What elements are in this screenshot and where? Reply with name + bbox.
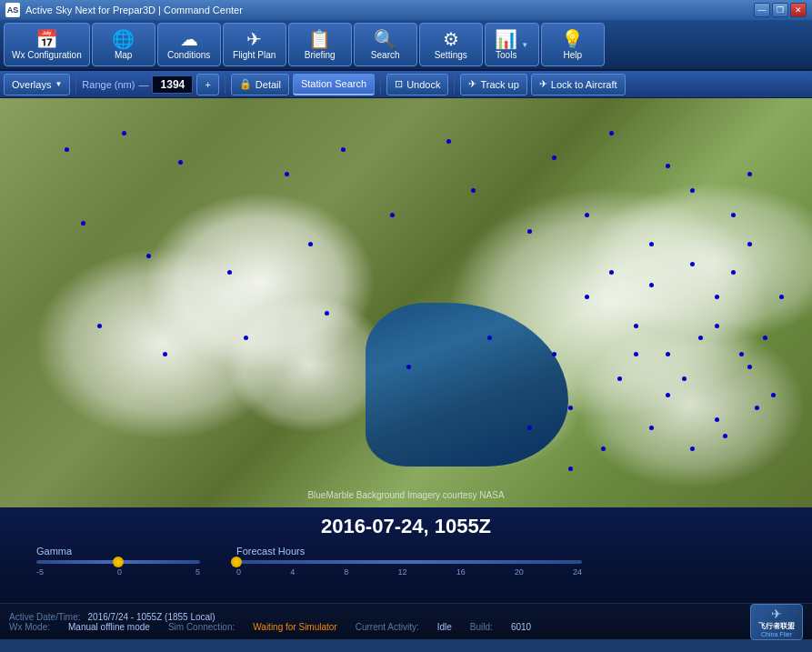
station-dot	[585, 295, 589, 299]
china-flier-logo: ✈ 飞行者联盟 China Flier	[750, 604, 803, 640]
briefing-button[interactable]: 📋 Briefing	[288, 23, 352, 66]
station-dot	[715, 417, 719, 422]
minimize-button[interactable]: —	[754, 3, 770, 17]
station-dot	[244, 336, 248, 340]
track-up-button[interactable]: ✈ Track up	[460, 74, 526, 95]
title-bar: AS Active Sky Next for Prepar3D | Comman…	[0, 0, 812, 20]
gamma-track[interactable]	[36, 560, 200, 564]
conditions-label: Conditions	[167, 50, 210, 60]
sliders-row: Gamma -5 0 5 Forecast Hours 0 4 8 12 16 …	[18, 546, 794, 577]
station-dot	[690, 446, 695, 451]
build-value: 6010	[511, 622, 531, 632]
map-button[interactable]: 🌐 Map	[92, 23, 155, 66]
station-search-button[interactable]: Station Search	[293, 74, 375, 95]
globe-icon: 🌐	[112, 30, 135, 48]
search-icon: 🔍	[374, 30, 396, 48]
cf-plane-icon: ✈	[771, 607, 782, 621]
app-icon: AS	[5, 3, 20, 17]
restore-button[interactable]: ❐	[772, 3, 788, 17]
map-label: Map	[115, 50, 132, 60]
build-label: Build:	[470, 622, 493, 632]
search-button[interactable]: 🔍 Search	[354, 23, 417, 66]
gamma-thumb[interactable]	[113, 557, 124, 567]
status-bottom-row: Wx Mode: Manual offline mode Sim Connect…	[9, 622, 803, 632]
current-activity-label: Current Activity:	[356, 622, 419, 632]
station-dot	[122, 131, 126, 135]
station-dot	[390, 213, 395, 217]
station-dot	[97, 324, 102, 328]
secondary-toolbar: Overlays ▼ Range (nm) — 1394 + 🔒 Detail …	[0, 71, 812, 98]
station-dot	[609, 270, 614, 275]
gamma-min-tick: -5	[36, 567, 44, 577]
main-toolbar: 📅 Wx Configuration 🌐 Map ☁ Conditions ✈ …	[0, 20, 812, 71]
lock-to-aircraft-button[interactable]: ✈ Lock to Aircraft	[531, 74, 626, 95]
station-dot	[723, 434, 727, 438]
overlays-label: Overlays	[12, 79, 51, 90]
station-dot	[682, 376, 687, 381]
station-dot	[698, 336, 703, 340]
range-label: Range (nm)	[82, 79, 135, 90]
station-dot	[634, 352, 638, 356]
station-dot	[325, 311, 329, 316]
station-dot	[527, 426, 532, 430]
undock-button[interactable]: ⊡ Undock	[386, 74, 448, 95]
wx-config-button[interactable]: 📅 Wx Configuration	[4, 23, 90, 66]
station-dot	[585, 213, 589, 217]
settings-label: Settings	[435, 50, 467, 60]
station-dot	[763, 336, 767, 340]
cloud-icon: ☁	[180, 30, 198, 48]
station-dot	[609, 131, 614, 135]
sim-conn-value: Waiting for Simulator	[253, 622, 336, 632]
station-dot	[755, 406, 759, 410]
forecast-tick-4: 4	[290, 567, 295, 577]
map-area[interactable]: BlueMarble Background Imagery courtesy N…	[0, 98, 812, 507]
map-overlay	[0, 98, 812, 507]
station-dot	[178, 160, 183, 165]
sim-conn-label: Sim Connection:	[168, 622, 235, 632]
station-dot	[649, 242, 654, 246]
overlays-button[interactable]: Overlays ▼	[4, 74, 70, 95]
forecast-track[interactable]	[236, 560, 582, 564]
station-dot	[666, 164, 670, 168]
briefing-label: Briefing	[305, 50, 336, 60]
range-plus-button[interactable]: +	[196, 74, 218, 95]
status-top-row: Active Date/Time: 2016/7/24 - 1055Z (185…	[9, 612, 803, 622]
station-dot	[552, 352, 556, 356]
station-dot	[65, 147, 69, 152]
station-search-label: Station Search	[301, 78, 366, 89]
station-dot	[471, 188, 476, 193]
flight-plan-button[interactable]: ✈ Flight Plan	[223, 23, 286, 66]
forecast-tick-8: 8	[344, 567, 348, 577]
help-icon: 💡	[561, 30, 584, 48]
forecast-tick-16: 16	[456, 567, 466, 577]
station-dot	[771, 393, 776, 397]
station-dot	[666, 393, 670, 397]
tools-label: Tools	[496, 50, 516, 60]
forecast-tick-0: 0	[236, 567, 241, 577]
conditions-button[interactable]: ☁ Conditions	[157, 23, 221, 66]
gear-icon: ⚙	[443, 30, 459, 48]
station-dot	[779, 295, 784, 299]
range-dash: —	[138, 79, 148, 90]
station-dot	[649, 426, 654, 430]
settings-button[interactable]: ⚙ Settings	[419, 23, 483, 66]
station-dot	[487, 336, 492, 340]
help-button[interactable]: 💡 Help	[541, 23, 605, 66]
station-dot	[666, 352, 670, 356]
cf-english-text: China Flier	[761, 631, 792, 637]
station-dot	[227, 270, 232, 275]
station-dot	[601, 446, 606, 451]
tools-content: 📊 Tools	[495, 30, 517, 60]
station-dot	[715, 324, 719, 328]
search-label: Search	[371, 50, 400, 60]
tools-button[interactable]: 📊 Tools ▼	[485, 23, 539, 66]
forecast-tick-20: 20	[515, 567, 524, 577]
detail-button[interactable]: 🔒 Detail	[231, 74, 289, 95]
wx-mode-value: Manual offline mode	[68, 622, 150, 632]
station-dot	[285, 172, 289, 176]
tools-dropdown-arrow: ▼	[521, 41, 528, 49]
lock-icon: 🔒	[239, 78, 252, 90]
station-dot	[747, 172, 752, 176]
forecast-thumb[interactable]	[231, 557, 242, 567]
close-button[interactable]: ✕	[790, 3, 807, 17]
